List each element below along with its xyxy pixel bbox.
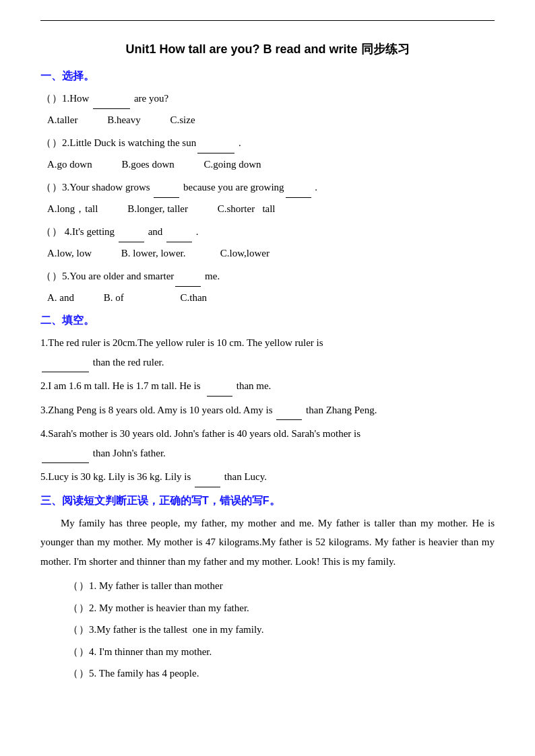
question-2: （ ） 2.Little Duck is watching the sun . … (40, 133, 495, 174)
rq2-open-paren: （ (67, 598, 78, 618)
q3-option-c: C.shorter tall (218, 199, 276, 219)
reading-question-5: （ ） 5. The family has 4 people. (67, 664, 495, 683)
q3-text-mid: because you are growing (181, 178, 284, 197)
q2-open-paren: （ (40, 133, 51, 153)
page-title: Unit1 How tall are you? B read and write… (40, 41, 495, 57)
question-3-line: （ ） 3.Your shadow grows because you are … (40, 178, 495, 198)
fq3-text: 3.Zhang Peng is 8 years old. Amy is 10 y… (40, 405, 273, 415)
top-divider (40, 20, 495, 21)
q5-blank (175, 267, 201, 287)
q5-option-c: C.than (181, 288, 208, 308)
question-5: （ ） 5.You are older and smarter me. A. a… (40, 267, 495, 307)
rq2-close-paren: ） (78, 598, 89, 618)
q3-option-b: B.longer, taller (127, 199, 188, 219)
rq2-text: 2. My mother is heavier than my father. (89, 598, 249, 618)
fill-question-2: 2.I am 1.6 m tall. He is 1.7 m tall. He … (40, 376, 495, 397)
q5-options: A. and B. of C.than (47, 288, 495, 308)
q2-options: A.go down B.goes down C.going down (47, 155, 495, 174)
rq4-close-paren: ） (78, 642, 89, 662)
rq4-text: 4. I'm thinner than my mother. (89, 642, 212, 662)
q2-text-after: . (236, 133, 241, 153)
q1-close-paren: ） (51, 89, 62, 108)
fq4-text: 4.Sarah's mother is 30 years old. John's… (40, 428, 360, 439)
q1-options: A.taller B.heavy C.size (47, 110, 495, 130)
question-1-line: （ ） 1.How are you? (40, 89, 495, 109)
fq2-text2: than me. (237, 380, 272, 391)
fq2-text: 2.I am 1.6 m tall. He is 1.7 m tall. He … (40, 380, 203, 391)
q5-option-b: B. of (104, 288, 124, 308)
question-1: （ ） 1.How are you? A.taller B.heavy C.si… (40, 89, 495, 129)
q4-blank1 (119, 222, 144, 242)
q3-close-paren: ） (51, 178, 62, 197)
section-2: 二、填空。 1.The red ruler is 20cm.The yellow… (40, 314, 495, 487)
q2-option-b: B.goes down (121, 155, 174, 174)
q5-option-a: A. and (47, 288, 74, 308)
rq1-text: 1. My father is taller than mother (89, 576, 223, 596)
fq5-blank (195, 467, 220, 487)
q3-blank2 (286, 178, 311, 198)
q4-open-paren: （ (40, 222, 51, 242)
fq3-text2: than Zhang Peng. (306, 405, 377, 415)
section-3: 三、阅读短文判断正误，正确的写T，错误的写F。 My family has th… (40, 494, 495, 683)
fill-question-4: 4.Sarah's mother is 30 years old. John's… (40, 424, 495, 463)
q5-text-after: me. (202, 267, 220, 286)
rq1-open-paren: （ (67, 576, 78, 596)
rq5-open-paren: （ (67, 664, 78, 683)
reading-question-3: （ ） 3.My father is the tallest one in my… (67, 620, 495, 640)
q4-option-c: C.low,lower (220, 244, 270, 263)
q3-text-after: . (313, 178, 318, 197)
q4-option-a: A.low, low (47, 244, 92, 263)
reading-question-1: （ ） 1. My father is taller than mother (67, 576, 495, 596)
q1-num: 1.How (62, 89, 92, 108)
section-2-title: 二、填空。 (40, 314, 495, 328)
q4-close-paren: ） (51, 222, 62, 242)
fq1-num: 1.The red ruler is 20cm.The yellow ruler… (40, 337, 323, 348)
question-5-line: （ ） 5.You are older and smarter me. (40, 267, 495, 287)
q3-text-before: 3.Your shadow grows (62, 178, 152, 197)
rq4-open-paren: （ (67, 642, 78, 662)
fq1-blank (42, 353, 89, 373)
question-4-line: （ ） 4.It's getting and . (40, 222, 495, 242)
section-3-title: 三、阅读短文判断正误，正确的写T，错误的写F。 (40, 494, 495, 508)
fq5-text: 5.Lucy is 30 kg. Lily is 36 kg. Lily is (40, 471, 191, 482)
q1-option-a: A.taller (47, 110, 77, 130)
rq5-text: 5. The family has 4 people. (89, 664, 199, 683)
fq4-text2: than John's father. (93, 448, 166, 458)
q4-text-before: 4.It's getting (62, 222, 117, 242)
q1-option-b: B.heavy (107, 110, 141, 130)
q2-num: 2.Little Duck is watching the sun (62, 133, 196, 153)
q4-options: A.low, low B. lower, lower. C.low,lower (47, 244, 495, 263)
q4-option-b: B. lower, lower. (121, 244, 191, 263)
fq4-blank (42, 444, 89, 464)
section-3-label: 三、阅读短文判断正误，正确的写T，错误的写F。 (40, 495, 280, 506)
q3-options: A.long，tall B.longer, taller C.shorter t… (47, 199, 495, 219)
section-1-title: 一、选择。 (40, 69, 495, 83)
rq1-close-paren: ） (78, 576, 89, 596)
question-3: （ ） 3.Your shadow grows because you are … (40, 178, 495, 218)
fill-question-5: 5.Lucy is 30 kg. Lily is 36 kg. Lily is … (40, 467, 495, 487)
rq5-close-paren: ） (78, 664, 89, 683)
fq2-blank (207, 376, 232, 397)
q2-blank (197, 133, 234, 153)
q2-close-paren: ） (51, 133, 62, 153)
q2-option-a: A.go down (47, 155, 92, 174)
q4-text-and: and (146, 222, 165, 242)
q4-text-after: . (193, 222, 199, 242)
question-4: （ ） 4.It's getting and . A.low, low B. l… (40, 222, 495, 263)
q1-open-paren: （ (40, 89, 51, 108)
fill-question-3: 3.Zhang Peng is 8 years old. Amy is 10 y… (40, 401, 495, 421)
q3-blank1 (154, 178, 179, 198)
reading-passage: My family has three people, my father, m… (40, 514, 495, 572)
q3-open-paren: （ (40, 178, 51, 197)
fq1-text2: than the red ruler. (93, 357, 164, 368)
fq3-blank (276, 401, 302, 421)
rq3-text: 3.My father is the tallest one in my fam… (89, 620, 263, 640)
q5-text-before: 5.You are older and smarter (62, 267, 174, 286)
fill-question-1: 1.The red ruler is 20cm.The yellow ruler… (40, 333, 495, 372)
fq5-text2: than Lucy. (224, 471, 267, 482)
rq3-open-paren: （ (67, 620, 78, 640)
q5-close-paren: ） (51, 267, 62, 286)
q2-option-c: C.going down (204, 155, 261, 174)
q1-text-after: are you? (131, 89, 168, 108)
q3-option-a: A.long，tall (47, 199, 98, 219)
